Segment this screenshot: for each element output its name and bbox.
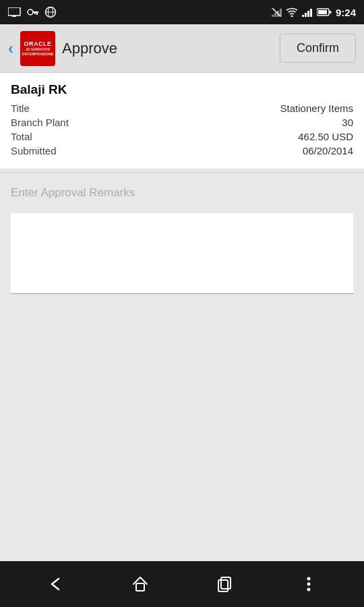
svg-rect-22 [136, 583, 144, 591]
svg-rect-23 [218, 580, 228, 591]
status-bar: 9:24 [0, 0, 364, 24]
person-name: Balaji RK [11, 82, 353, 97]
svg-rect-17 [307, 11, 309, 17]
label-title: Title [11, 103, 30, 114]
confirm-button[interactable]: Confirm [280, 34, 356, 63]
svg-rect-4 [36, 13, 38, 15]
svg-rect-13 [280, 9, 282, 17]
key-icon [27, 7, 39, 17]
nav-recents-button[interactable] [204, 567, 245, 601]
svg-rect-0 [8, 7, 20, 16]
back-nav-icon [47, 575, 65, 594]
oracle-logo-line1: ORACLE [24, 40, 52, 48]
svg-rect-15 [302, 15, 304, 17]
bottom-nav-bar [0, 561, 364, 607]
svg-point-27 [307, 588, 310, 591]
remarks-label: Enter Approval Remarks [11, 186, 353, 200]
oracle-logo: ORACLE JD EDWARDS ENTERPRISEONE [20, 31, 55, 66]
svg-rect-21 [330, 11, 332, 13]
svg-point-26 [307, 583, 310, 586]
no-signal-icon [271, 7, 282, 18]
label-branch: Branch Plant [11, 117, 69, 128]
more-nav-icon [299, 575, 318, 594]
details-section: Balaji RK Title Stationery Items Branch … [0, 73, 364, 169]
svg-point-2 [28, 9, 33, 15]
battery-icon [317, 8, 332, 16]
svg-rect-16 [305, 13, 307, 17]
svg-point-25 [307, 577, 310, 581]
status-bar-right: 9:24 [271, 7, 356, 18]
status-bar-left [8, 6, 57, 18]
value-branch: 30 [342, 117, 353, 128]
svg-point-14 [291, 16, 293, 18]
oracle-logo-line2: JD EDWARDS [26, 47, 51, 52]
time-display: 9:24 [336, 7, 356, 18]
app-bar: ‹ ORACLE JD EDWARDS ENTERPRISEONE Approv… [0, 24, 364, 73]
svg-rect-20 [318, 10, 327, 14]
value-title: Stationery Items [280, 103, 353, 114]
svg-rect-11 [274, 13, 276, 17]
wifi-icon [286, 7, 298, 17]
value-submitted: 06/20/2014 [303, 145, 353, 156]
label-submitted: Submitted [11, 145, 57, 156]
info-row-branch: Branch Plant 30 [11, 115, 353, 129]
svg-rect-10 [272, 15, 274, 17]
signal-bars-icon [302, 7, 313, 17]
nav-home-button[interactable] [120, 567, 160, 601]
app-bar-left: ‹ ORACLE JD EDWARDS ENTERPRISEONE Approv… [8, 31, 117, 66]
info-row-title: Title Stationery Items [11, 101, 353, 115]
remarks-textarea[interactable] [11, 213, 353, 294]
label-total: Total [11, 131, 32, 142]
back-button[interactable]: ‹ [8, 39, 13, 58]
value-total: 462.50 USD [298, 131, 353, 142]
globe-icon [44, 6, 57, 18]
nav-more-button[interactable] [289, 567, 329, 601]
recents-nav-icon [215, 575, 234, 594]
home-nav-icon [131, 575, 150, 594]
svg-rect-1 [12, 16, 16, 17]
screen-icon [8, 7, 22, 17]
info-row-submitted: Submitted 06/20/2014 [11, 144, 353, 158]
app-title: Approve [62, 40, 117, 57]
remarks-section: Enter Approval Remarks [0, 173, 364, 388]
svg-rect-5 [34, 13, 36, 14]
svg-rect-18 [310, 9, 312, 17]
svg-rect-12 [277, 11, 279, 17]
nav-back-button[interactable] [36, 567, 76, 601]
info-row-total: Total 462.50 USD [11, 129, 353, 144]
oracle-logo-line3: ENTERPRISEONE [22, 52, 53, 57]
svg-rect-24 [221, 577, 231, 589]
svg-rect-3 [32, 11, 38, 13]
